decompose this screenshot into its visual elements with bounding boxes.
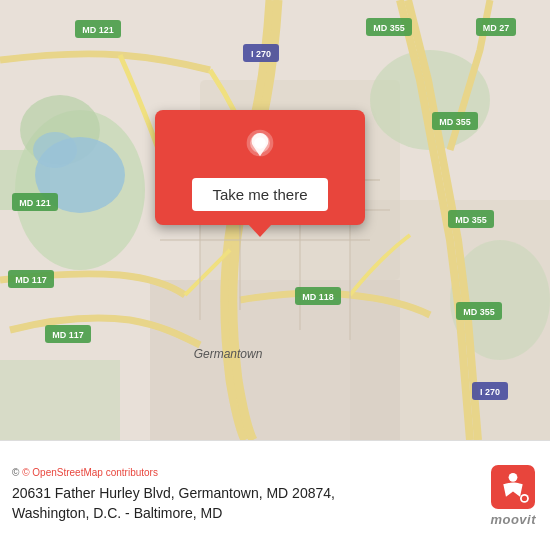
address-line2: Washington, D.C. - Baltimore, MD	[12, 505, 222, 521]
svg-text:MD 355: MD 355	[439, 117, 471, 127]
address-text: 20631 Father Hurley Blvd, Germantown, MD…	[12, 484, 478, 523]
svg-text:MD 27: MD 27	[483, 23, 510, 33]
copyright-symbol: ©	[12, 467, 19, 478]
svg-text:I 270: I 270	[480, 387, 500, 397]
popup-card: Take me there	[155, 110, 365, 225]
svg-rect-8	[150, 280, 400, 440]
copyright-text: © © OpenStreetMap contributors	[12, 467, 478, 478]
take-me-there-button[interactable]: Take me there	[192, 178, 327, 211]
svg-text:MD 117: MD 117	[15, 275, 47, 285]
svg-point-41	[509, 472, 518, 481]
svg-text:I 270: I 270	[251, 49, 271, 59]
svg-text:Germantown: Germantown	[194, 347, 263, 361]
svg-text:MD 355: MD 355	[463, 307, 495, 317]
svg-text:MD 355: MD 355	[455, 215, 487, 225]
address-line1: 20631 Father Hurley Blvd, Germantown, MD…	[12, 485, 335, 501]
location-pin-icon	[240, 128, 280, 168]
svg-text:MD 117: MD 117	[52, 330, 84, 340]
svg-text:MD 355: MD 355	[373, 23, 405, 33]
svg-text:MD 118: MD 118	[302, 292, 334, 302]
svg-rect-11	[0, 360, 120, 440]
map-container: MD 121 MD 121 MD 355 MD 355 MD 355 MD 35…	[0, 0, 550, 440]
moovit-logo[interactable]: moovit	[490, 465, 536, 527]
address-section: © © OpenStreetMap contributors 20631 Fat…	[12, 467, 478, 523]
svg-text:MD 121: MD 121	[82, 25, 114, 35]
svg-point-43	[522, 495, 527, 500]
osm-link[interactable]: © OpenStreetMap contributors	[22, 467, 158, 478]
svg-point-5	[33, 132, 77, 168]
info-bar: © © OpenStreetMap contributors 20631 Fat…	[0, 440, 550, 550]
svg-text:MD 121: MD 121	[19, 198, 51, 208]
moovit-brand-text: moovit	[490, 512, 536, 527]
moovit-icon-svg	[491, 465, 535, 509]
